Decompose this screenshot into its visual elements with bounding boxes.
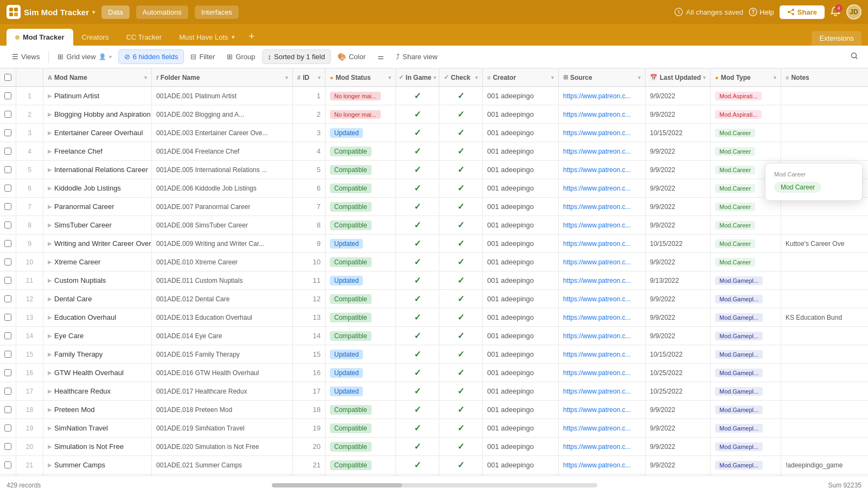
row-checkbox-cell[interactable]: [0, 124, 16, 142]
check-cell[interactable]: ✓: [439, 253, 483, 271]
row-checkbox-cell[interactable]: [0, 438, 16, 455]
row-checkbox[interactable]: [4, 185, 11, 192]
tab-mod-tracker[interactable]: Mod Tracker: [7, 29, 73, 46]
row-checkbox[interactable]: [4, 295, 11, 302]
table-row[interactable]: 19 ▶ SimNation Travel 001ADE.019 SimNati…: [0, 419, 868, 438]
status-badge[interactable]: Compatible: [330, 147, 372, 156]
folder-name-col-header[interactable]: f Folder Name ▾: [152, 68, 293, 86]
table-row[interactable]: 2 ▶ Blogging Hobby and Aspiration 001ADE…: [0, 105, 868, 124]
in-game-cell[interactable]: ✓: [396, 345, 439, 363]
source-cell[interactable]: https://www.patreon.c...: [559, 419, 646, 437]
mod-name-col-header[interactable]: A Mod Name ▾: [43, 68, 152, 86]
status-badge[interactable]: Updated: [330, 128, 363, 138]
table-row[interactable]: 21 ▶ Summer Camps 001ADE.021 Summer Camp…: [0, 456, 868, 474]
table-row[interactable]: 6 ▶ Kiddodle Job Listings 001ADE.006 Kid…: [0, 179, 868, 198]
status-badge[interactable]: Updated: [330, 350, 363, 359]
row-expand-icon[interactable]: ▶: [48, 314, 52, 320]
mod-status-cell[interactable]: Compatible: [326, 290, 396, 308]
row-checkbox[interactable]: [4, 461, 11, 468]
mod-type-badge[interactable]: Mod.Aspirati...: [715, 110, 762, 119]
mod-type-badge[interactable]: Mod.Career: [715, 147, 755, 156]
mod-type-cell[interactable]: Mod.Gamepl...: [711, 345, 781, 363]
status-badge[interactable]: Compatible: [330, 460, 372, 470]
check-cell[interactable]: ✓: [439, 419, 483, 437]
app-logo[interactable]: Sim Mod Tracker ▾: [7, 5, 95, 19]
filter-button[interactable]: ⊟ Filter: [185, 50, 220, 64]
table-row[interactable]: 1 ▶ Platinum Artist 001ADE.001 Platinum …: [0, 87, 868, 105]
mod-status-cell[interactable]: Compatible: [326, 327, 396, 345]
mod-status-cell[interactable]: Updated: [326, 364, 396, 382]
status-badge[interactable]: Compatible: [330, 313, 372, 322]
source-cell[interactable]: https://www.patreon.c...: [559, 198, 646, 216]
row-expand-icon[interactable]: ▶: [48, 222, 52, 228]
mod-status-col-header[interactable]: ● Mod Status ▾: [326, 68, 396, 86]
in-game-cell[interactable]: ✓: [396, 198, 439, 216]
mod-status-cell[interactable]: Compatible: [326, 438, 396, 455]
row-checkbox[interactable]: [4, 314, 11, 321]
popup-badge[interactable]: Mod Career: [774, 182, 821, 193]
status-badge[interactable]: Compatible: [330, 220, 372, 230]
mod-type-badge[interactable]: Mod.Career: [715, 184, 755, 193]
row-checkbox-cell[interactable]: [0, 345, 16, 363]
row-checkbox[interactable]: [4, 277, 11, 284]
row-checkbox-cell[interactable]: [0, 474, 16, 476]
mod-type-badge[interactable]: Mod.Career: [715, 166, 755, 174]
status-badge[interactable]: Compatible: [330, 423, 372, 433]
mod-type-cell[interactable]: Mod.Gamepl...: [711, 327, 781, 345]
tab-must-have-lots[interactable]: Must Have Lots ▾: [170, 29, 243, 46]
mod-type-badge[interactable]: Mod.Career: [715, 258, 755, 267]
row-expand-icon[interactable]: ▶: [48, 204, 52, 210]
table-row[interactable]: 8 ▶ SimsTuber Career 001ADE.008 SimsTube…: [0, 216, 868, 235]
in-game-cell[interactable]: ✓: [396, 179, 439, 197]
check-cell[interactable]: ✓: [439, 308, 483, 326]
row-checkbox[interactable]: [4, 406, 11, 413]
in-game-cell[interactable]: ✓: [396, 87, 439, 105]
share-view-button[interactable]: ⤴ Share view: [391, 50, 443, 64]
check-cell[interactable]: ✓: [439, 216, 483, 234]
in-game-cell[interactable]: ✓: [396, 142, 439, 160]
table-row[interactable]: 5 ▶ International Relations Career 001AD…: [0, 161, 868, 179]
mod-type-badge[interactable]: Mod.Career: [715, 129, 755, 137]
automations-nav-button[interactable]: Automations: [136, 5, 188, 19]
check-cell[interactable]: ✓: [439, 142, 483, 160]
row-checkbox[interactable]: [4, 111, 11, 118]
row-expand-icon[interactable]: ▶: [48, 130, 52, 136]
mod-type-badge[interactable]: Mod.Gamepl...: [715, 442, 763, 451]
in-game-cell[interactable]: ✓: [396, 438, 439, 455]
table-row[interactable]: 15 ▶ Family Therapy 001ADE.015 Family Th…: [0, 345, 868, 364]
source-cell[interactable]: https://www.patreon.c...: [559, 105, 646, 123]
source-cell[interactable]: https://www.patreon.c...: [559, 364, 646, 382]
row-checkbox-cell[interactable]: [0, 216, 16, 234]
row-checkbox[interactable]: [4, 92, 11, 99]
row-expand-icon[interactable]: ▶: [48, 259, 52, 265]
in-game-cell[interactable]: ✓: [396, 419, 439, 437]
status-badge[interactable]: Compatible: [330, 442, 372, 452]
mod-status-cell[interactable]: Updated: [326, 382, 396, 400]
mod-type-cell[interactable]: Mod.Gamepl...: [711, 401, 781, 419]
table-row[interactable]: 17 ▶ Healthcare Redux 001ADE.017 Healthc…: [0, 382, 868, 401]
in-game-cell[interactable]: ✓: [396, 161, 439, 179]
row-checkbox[interactable]: [4, 258, 11, 265]
help-button[interactable]: ? Help: [749, 8, 774, 16]
row-expand-icon[interactable]: ▶: [48, 462, 52, 468]
source-cell[interactable]: https://www.patreon.c...: [559, 382, 646, 400]
mod-type-cell[interactable]: Mod.Gamepl...: [711, 290, 781, 308]
row-checkbox-cell[interactable]: [0, 105, 16, 123]
row-checkbox-cell[interactable]: [0, 198, 16, 216]
check-cell[interactable]: ✓: [439, 105, 483, 123]
checkbox-col-header[interactable]: [0, 68, 16, 86]
row-checkbox[interactable]: [4, 443, 11, 450]
mod-status-cell[interactable]: Compatible: [326, 142, 396, 160]
mod-type-cell[interactable]: Mod.Gamepl...: [711, 438, 781, 455]
in-game-cell[interactable]: ✓: [396, 105, 439, 123]
row-expand-icon[interactable]: ▶: [48, 370, 52, 376]
notes-col-header[interactable]: ≡ Notes: [781, 68, 868, 86]
mod-status-cell[interactable]: Updated: [326, 235, 396, 252]
status-badge[interactable]: Compatible: [330, 294, 372, 304]
row-expand-icon[interactable]: ▶: [48, 277, 52, 283]
interfaces-nav-button[interactable]: Interfaces: [195, 5, 239, 19]
source-cell[interactable]: https://www.patreon.c...: [559, 308, 646, 326]
table-row[interactable]: 4 ▶ Freelance Chef 001ADE.004 Freelance …: [0, 142, 868, 161]
mod-type-cell[interactable]: Mod.Aspirati...: [711, 105, 781, 123]
status-badge[interactable]: Compatible: [330, 405, 372, 415]
